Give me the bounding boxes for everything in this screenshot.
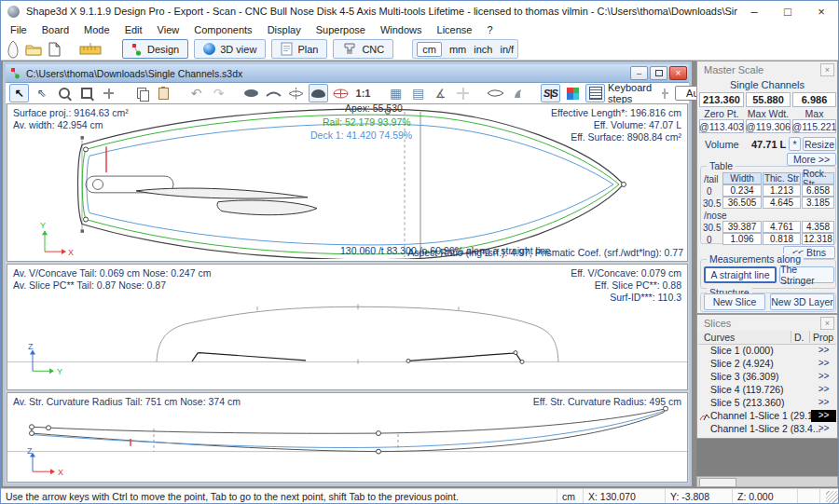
stringer-button[interactable]: The Stringer [779, 266, 834, 283]
curvature-ss-icon[interactable]: S|S [541, 84, 560, 102]
menu-display[interactable]: Display [260, 24, 309, 35]
mini-board-icon[interactable] [486, 84, 505, 102]
resize-grip[interactable] [826, 491, 838, 503]
scale-1-1-icon[interactable]: 1:1 [353, 84, 373, 102]
fin-icon[interactable] [508, 84, 528, 102]
slice-prop-button[interactable]: >> [811, 345, 836, 357]
close-icon[interactable]: × [805, 5, 838, 19]
slices-grid-icon[interactable]: ▤ [408, 84, 428, 102]
prop-column-header[interactable]: Prop [813, 332, 833, 343]
menu-edit[interactable]: Edit [117, 24, 150, 35]
3d-view-button[interactable]: 3D view [194, 39, 266, 59]
outline-view-icon[interactable] [241, 84, 261, 102]
menu-file[interactable]: File [3, 24, 34, 35]
slice-prop-button[interactable]: >> [811, 397, 836, 409]
minimize-icon[interactable]: – [737, 5, 771, 19]
width-col-header[interactable]: Width [722, 172, 762, 184]
table-cell[interactable]: 36.505 [722, 197, 762, 209]
design-button[interactable]: Design [122, 39, 188, 59]
table-cell[interactable]: 12.318 [802, 233, 834, 245]
new-board-icon[interactable] [7, 40, 20, 59]
table-cell[interactable]: 0.818 [763, 233, 801, 245]
wireframe-view-icon[interactable] [331, 84, 351, 102]
thickness-value[interactable]: 6.986 [792, 92, 836, 107]
slice-row[interactable]: Slice 2 (4.924) >> [698, 358, 836, 371]
slices-close-icon[interactable]: × [820, 317, 834, 330]
color-layers-icon[interactable] [563, 84, 583, 102]
select-tool-icon[interactable]: ↖ [9, 84, 29, 102]
open-folder-icon[interactable] [25, 43, 42, 56]
table-cell[interactable]: 6.858 [802, 184, 834, 197]
ruler-icon[interactable] [79, 42, 102, 56]
new-slice-button[interactable]: New Slice [704, 293, 765, 310]
cnc-button[interactable]: CNC [333, 39, 393, 59]
doc-restore-icon[interactable] [650, 66, 667, 80]
resize-button[interactable]: Resize [803, 137, 836, 151]
length-value[interactable]: 213.360 [699, 92, 744, 107]
table-cell[interactable]: 4.761 [763, 221, 801, 233]
doc-minimize-icon[interactable]: – [630, 66, 648, 80]
volume-star-button[interactable]: * [789, 137, 801, 151]
properties-panel-icon[interactable] [585, 84, 605, 102]
slice-row[interactable]: Channel 1-Slice 2 (83.4... >> [698, 423, 836, 436]
menu-windows[interactable]: Windows [373, 24, 430, 35]
table-cell[interactable]: 3.185 [802, 197, 834, 209]
zero-pt-value[interactable]: @113.403 [699, 119, 744, 133]
straight-line-button[interactable]: A straight line [704, 266, 777, 283]
slice-prop-button[interactable]: >> [811, 371, 836, 383]
profile-view-icon[interactable] [264, 84, 283, 102]
master-scale-close-icon[interactable]: × [820, 63, 834, 76]
maximize-icon[interactable]: □ [771, 5, 805, 19]
grid-icon[interactable]: ▦ [386, 84, 406, 102]
table-cell[interactable]: 1.213 [763, 184, 801, 197]
table-cell[interactable]: 4.645 [763, 197, 801, 209]
export-icon[interactable] [48, 42, 61, 57]
shaded-view-icon[interactable] [309, 84, 328, 102]
zoom-area-tool-icon[interactable] [76, 84, 96, 102]
measurements-icon[interactable]: ∡ [431, 84, 450, 102]
slice-row[interactable]: Slice 5 (213.360) >> [698, 397, 836, 410]
curves-column-header[interactable]: Curves [704, 332, 735, 343]
slice-prop-button[interactable]: >> [811, 358, 836, 370]
slice-prop-button[interactable]: >> [811, 410, 836, 422]
d-column-header[interactable]: D. [794, 332, 805, 343]
redo-icon[interactable]: ↷ [209, 84, 228, 102]
menu-components[interactable]: Components [186, 24, 259, 35]
plan-button[interactable]: Plan [271, 39, 327, 59]
new-3d-layer-button[interactable]: New 3D Layer [770, 293, 834, 310]
unit-inf[interactable]: in/f [500, 44, 514, 55]
table-cell[interactable]: 4.358 [802, 221, 834, 233]
undo-icon[interactable]: ↶ [186, 84, 206, 102]
max-wdt-value[interactable]: @119.306 [746, 119, 791, 133]
slice-row-selected[interactable]: Channel 1-Slice 1 (29.1... >> [698, 410, 836, 423]
pan-tool-icon[interactable] [99, 84, 118, 102]
slice-prop-button[interactable]: >> [811, 423, 836, 435]
slice-row[interactable]: Slice 4 (119.726) >> [698, 384, 836, 397]
menu-board[interactable]: Board [34, 24, 76, 35]
horizontal-scrollbar[interactable] [696, 476, 838, 487]
slice-row[interactable]: Slice 1 (0.000) >> [698, 345, 836, 358]
menu-help[interactable]: ? [479, 24, 500, 35]
more-button[interactable]: More >> [787, 153, 836, 166]
slice-prop-button[interactable]: >> [811, 384, 836, 396]
menu-view[interactable]: View [150, 24, 187, 35]
menu-mode[interactable]: Mode [76, 24, 117, 35]
menu-superpose[interactable]: Superpose [309, 24, 373, 35]
scrollbar-thumb[interactable] [699, 478, 736, 487]
rock-col-header[interactable]: Rock. Str [802, 172, 834, 184]
keyboard-move-icon[interactable] [662, 89, 668, 99]
thickness-view-icon[interactable] [286, 84, 306, 102]
menu-license[interactable]: License [430, 24, 480, 35]
unit-inch[interactable]: inch [474, 44, 492, 55]
unit-mm[interactable]: mm [449, 44, 466, 55]
paste-icon[interactable] [154, 84, 173, 102]
axes-cross-icon[interactable] [453, 84, 473, 102]
copy-icon[interactable] [131, 84, 151, 102]
table-cell[interactable]: 0.234 [722, 184, 762, 197]
zoom-tool-icon[interactable] [54, 84, 74, 102]
doc-close-icon[interactable]: × [669, 66, 687, 80]
width-value[interactable]: 55.880 [746, 92, 791, 107]
table-cell[interactable]: 1.096 [722, 233, 762, 245]
slice-row[interactable]: Slice 3 (36.309) >> [698, 371, 836, 384]
max-thck-value[interactable]: @115.221 [792, 119, 836, 133]
